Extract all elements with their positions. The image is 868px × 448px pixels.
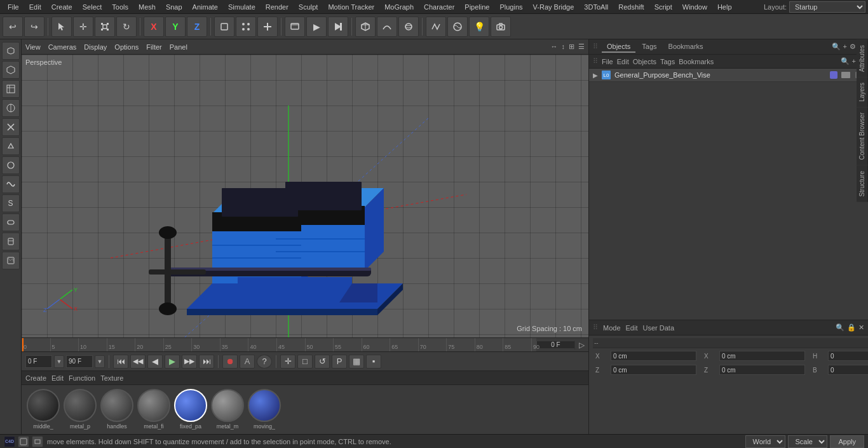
all-key-button[interactable]: ▦ <box>349 355 364 369</box>
material-item-2[interactable]: handles <box>100 389 133 430</box>
attr-lock-icon[interactable]: 🔒 <box>847 323 856 332</box>
sidebar-btn-4[interactable] <box>2 99 20 117</box>
attr-z2-input[interactable] <box>719 365 805 375</box>
scale-dropdown[interactable]: Scale <box>788 435 827 448</box>
sidebar-btn-2[interactable] <box>2 61 20 79</box>
render-region-button[interactable] <box>285 17 305 37</box>
move-key-button[interactable]: ✛ <box>280 355 295 369</box>
menu-redshift[interactable]: Redshift <box>613 2 649 12</box>
move-tool-button[interactable]: ✛ <box>73 17 93 37</box>
side-tab-attributes[interactable]: Attributes <box>857 39 868 77</box>
frame-start-arrow[interactable]: ▼ <box>54 355 64 368</box>
menu-mograph[interactable]: MoGraph <box>379 2 419 12</box>
viewport-updown-icon[interactable]: ↕ <box>562 43 566 51</box>
z-axis-button[interactable]: Z <box>187 17 207 37</box>
sidebar-btn-6[interactable] <box>2 137 20 155</box>
frame-end-input[interactable] <box>66 355 93 368</box>
apply-button[interactable]: Apply <box>830 435 864 448</box>
object-mode-button[interactable] <box>214 17 234 37</box>
viewport-menu-display[interactable]: Display <box>84 43 107 51</box>
sidebar-btn-5[interactable] <box>2 118 20 136</box>
timeline-end-icon[interactable]: ▷ <box>574 341 588 350</box>
viewport-menu-options[interactable]: Options <box>114 43 139 51</box>
sidebar-btn-10[interactable] <box>2 214 20 231</box>
sidebar-btn-11[interactable] <box>2 233 20 250</box>
object-visible-icon[interactable] <box>841 72 850 78</box>
render-button[interactable] <box>328 17 348 37</box>
frame-end-arrow[interactable]: ▼ <box>95 355 105 368</box>
menu-create[interactable]: Create <box>46 2 78 12</box>
objects-add-icon[interactable]: + <box>852 57 856 65</box>
sidebar-btn-8[interactable] <box>2 175 20 193</box>
light-button[interactable]: 💡 <box>469 17 489 37</box>
viewport-menu-view[interactable]: View <box>25 43 41 51</box>
menu-window[interactable]: Window <box>677 2 712 12</box>
nurbs-tool-button[interactable] <box>398 17 419 37</box>
menu-simulate[interactable]: Simulate <box>223 2 261 12</box>
tab-objects[interactable]: Objects <box>602 41 635 53</box>
menu-snap[interactable]: Snap <box>161 2 187 12</box>
object-list-item[interactable]: ▶ L0 General_Purpose_Bench_Vise <box>589 69 868 82</box>
attr-z-input[interactable] <box>611 365 696 375</box>
viewport-3d[interactable]: Perspective <box>22 55 588 337</box>
deformer-button[interactable] <box>426 17 446 37</box>
menu-motion-tracker[interactable]: Motion Tracker <box>323 2 379 12</box>
sidebar-btn-3[interactable] <box>2 80 20 98</box>
menu-file[interactable]: File <box>3 2 24 12</box>
mat-function-btn[interactable]: Function <box>69 374 95 382</box>
add-icon[interactable]: + <box>843 43 847 51</box>
menu-script[interactable]: Script <box>649 2 677 12</box>
timeline-ruler[interactable]: 0 5 10 15 20 25 30 35 40 45 50 55 60 65 … <box>22 337 588 351</box>
search-icon[interactable]: 🔍 <box>832 43 841 51</box>
play-forward-button[interactable]: ▶ <box>165 355 180 369</box>
attr-x-input[interactable] <box>611 351 696 361</box>
menu-render[interactable]: Render <box>261 2 294 12</box>
step-back-button[interactable]: ◀◀ <box>130 355 146 369</box>
scale-tool-button[interactable] <box>95 17 115 37</box>
frame-start-input[interactable] <box>25 355 52 368</box>
render-view-button[interactable]: ▶ <box>306 17 327 37</box>
viewport-expand-icon[interactable]: ⊞ <box>569 43 574 51</box>
x-axis-button[interactable]: X <box>144 17 164 37</box>
menu-3dtoall[interactable]: 3DToAll <box>579 2 613 12</box>
material-item-6[interactable]: moving_ <box>248 389 281 430</box>
objects-tags-btn[interactable]: Tags <box>660 58 675 65</box>
menu-select[interactable]: Select <box>78 2 107 12</box>
mat-texture-btn[interactable]: Texture <box>100 374 123 382</box>
tab-bookmarks[interactable]: Bookmarks <box>663 41 709 53</box>
attr-tab-mode[interactable]: Mode <box>603 324 621 332</box>
objects-file-btn[interactable]: File <box>602 58 613 65</box>
help-button[interactable]: ? <box>257 355 272 369</box>
step-forward-button[interactable]: ▶▶ <box>182 355 197 369</box>
goto-start-button[interactable]: ⏮ <box>113 355 128 369</box>
viewport-menu-panel[interactable]: Panel <box>170 43 187 51</box>
material-button[interactable] <box>447 17 468 37</box>
film-strip-button[interactable]: ▪ <box>366 355 381 369</box>
menu-animate[interactable]: Animate <box>187 2 223 12</box>
status-btn-1[interactable] <box>18 436 29 447</box>
menu-mesh[interactable]: Mesh <box>133 2 161 12</box>
rotate-key-button[interactable]: ↺ <box>315 355 330 369</box>
status-btn-2[interactable] <box>32 436 43 447</box>
material-item-3[interactable]: metal_fi <box>137 389 170 430</box>
scale-key-button[interactable]: □ <box>297 355 313 369</box>
objects-view-btn[interactable]: Objects <box>633 58 656 65</box>
y-axis-button[interactable]: Y <box>165 17 186 37</box>
viewport-menu-cameras[interactable]: Cameras <box>48 43 77 51</box>
menu-character[interactable]: Character <box>419 2 459 12</box>
sidebar-btn-9[interactable]: S <box>2 194 20 212</box>
goto-end-button[interactable]: ⏭ <box>199 355 214 369</box>
sidebar-btn-12[interactable] <box>2 252 20 269</box>
menu-plugins[interactable]: Plugins <box>494 2 527 12</box>
side-tab-layers[interactable]: Layers <box>857 77 868 107</box>
undo-button[interactable]: ↩ <box>3 17 23 37</box>
material-item-4[interactable]: fixed_pa <box>174 389 207 430</box>
cube-tool-button[interactable] <box>355 17 376 37</box>
edges-mode-button[interactable] <box>257 17 278 37</box>
record-button[interactable]: ⏺ <box>222 355 238 369</box>
menu-tools[interactable]: Tools <box>107 2 133 12</box>
viewport-menu-filter[interactable]: Filter <box>146 43 161 51</box>
menu-sculpt[interactable]: Sculpt <box>294 2 323 12</box>
viewport-arrow-icon[interactable]: ↔ <box>551 43 558 51</box>
timeline-area[interactable]: 0 5 10 15 20 25 30 35 40 45 50 55 60 65 … <box>22 338 536 351</box>
